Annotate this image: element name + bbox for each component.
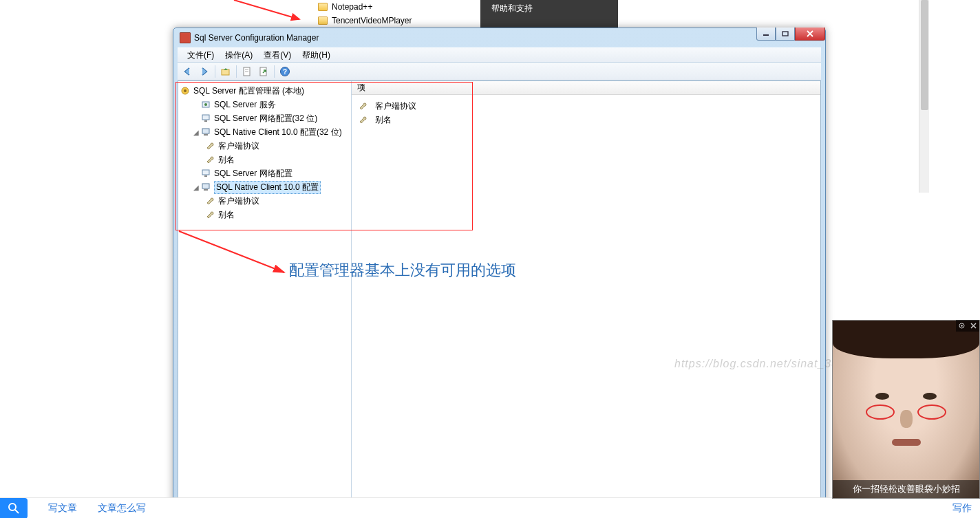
close-button[interactable] [795, 28, 825, 41]
help-icon: ? [279, 66, 290, 77]
tree-item-nativeclient[interactable]: ◢ SQL Native Client 10.0 配置 [180, 180, 350, 194]
tree-label: 别名 [218, 209, 235, 221]
tree-label: SQL Server 配置管理器 (本地) [193, 85, 304, 97]
titlebar[interactable]: Sql Server Configuration Manager [173, 28, 825, 47]
help-button[interactable]: ? [277, 64, 292, 79]
page-arrow-icon [258, 66, 269, 77]
ad-face-circle [917, 404, 946, 420]
expander-collapse-icon[interactable]: ◢ [192, 129, 200, 136]
tree-pane[interactable]: SQL Server 配置管理器 (本地) SQL Server 服务 SQL … [178, 81, 352, 504]
ad-overlay: 你一招轻松改善眼袋小妙招 [832, 320, 980, 499]
tree-item-netconfig[interactable]: SQL Server 网络配置 [180, 166, 350, 180]
content-area: SQL Server 配置管理器 (本地) SQL Server 服务 SQL … [178, 80, 821, 504]
ad-caption: 你一招轻松改善眼袋小妙招 [833, 480, 979, 498]
wrench-icon [204, 195, 215, 206]
minimize-button[interactable] [756, 28, 776, 41]
svg-point-13 [204, 103, 207, 106]
logo-icon[interactable] [0, 498, 28, 519]
arrow-left-icon [182, 67, 193, 76]
maximize-button[interactable] [776, 28, 795, 41]
tree-label: 别名 [218, 154, 235, 166]
folder-icon [318, 3, 328, 11]
menu-action[interactable]: 操作(A) [220, 48, 258, 63]
menu-view[interactable]: 查看(V) [258, 48, 297, 63]
svg-rect-20 [202, 184, 209, 188]
svg-rect-18 [202, 170, 209, 175]
ad-face-eye [875, 393, 889, 400]
tree-item-alias[interactable]: 别名 [180, 153, 350, 166]
tree-label: SQL Server 网络配置(32 位) [214, 113, 317, 125]
folder-up-icon [220, 66, 231, 77]
list-pane[interactable]: 项 客户端协议 别名 [352, 81, 820, 504]
bottom-bar: 写文章 文章怎么写 写作 [0, 497, 980, 518]
close-icon [806, 30, 814, 37]
ad-face-mouth [892, 439, 921, 446]
list-item-label: 客户端协议 [375, 100, 416, 112]
maximize-icon [782, 31, 789, 36]
svg-rect-14 [202, 115, 209, 120]
ad-face-circle [866, 404, 895, 420]
tree-item-protocols[interactable]: 客户端协议 [180, 139, 350, 153]
gear-icon [958, 322, 966, 330]
tree-item-protocols[interactable]: 客户端协议 [180, 194, 350, 208]
wrench-icon [204, 140, 215, 151]
back-button[interactable] [180, 64, 195, 79]
ad-face-nose [900, 410, 913, 428]
svg-rect-15 [204, 120, 207, 122]
ad-image[interactable] [833, 321, 979, 498]
toolbar-separator [274, 65, 275, 78]
bottom-link-right[interactable]: 写作 [952, 502, 972, 515]
tree-root[interactable]: SQL Server 配置管理器 (本地) [180, 84, 350, 98]
svg-point-26 [961, 325, 962, 326]
page-icon [242, 66, 253, 77]
list-body: 客户端协议 别名 [352, 95, 820, 131]
network-icon [200, 113, 211, 124]
article-scrollbar[interactable] [919, 0, 929, 193]
minimize-icon [763, 31, 769, 36]
folder-label: TencentVideoMPlayer [332, 16, 412, 25]
ad-close-button[interactable] [968, 320, 979, 332]
ad-settings-button[interactable] [956, 320, 968, 332]
bottom-link-write[interactable]: 写文章 [48, 502, 77, 515]
tree-item-alias[interactable]: 别名 [180, 208, 350, 222]
service-icon [200, 99, 211, 110]
svg-point-23 [9, 504, 16, 510]
tree-item-netconfig32[interactable]: SQL Server 网络配置(32 位) [180, 111, 350, 125]
folder-label: Notepad++ [332, 2, 372, 12]
forward-button[interactable] [197, 64, 212, 79]
tree-label: 客户端协议 [218, 140, 259, 152]
ad-controls [956, 320, 979, 332]
tree-label: SQL Native Client 10.0 配置 [214, 181, 321, 194]
app-icon [180, 32, 191, 43]
toolbar-separator [236, 65, 237, 78]
expander-collapse-icon[interactable]: ◢ [192, 184, 200, 191]
svg-line-24 [15, 510, 19, 513]
menu-help[interactable]: 帮助(H) [297, 48, 336, 63]
network-icon [200, 168, 211, 179]
toolbar: ? [178, 63, 821, 80]
svg-text:?: ? [283, 68, 287, 76]
list-item-protocols[interactable]: 客户端协议 [354, 99, 818, 113]
up-button[interactable] [218, 64, 233, 79]
close-icon [970, 322, 977, 330]
start-menu-item-label[interactable]: 帮助和支持 [491, 3, 533, 14]
start-menu-fragment: 帮助和支持 [480, 0, 618, 28]
properties-button[interactable] [239, 64, 255, 79]
tree-item-services[interactable]: SQL Server 服务 [180, 98, 350, 111]
menu-file[interactable]: 文件(F) [182, 48, 220, 63]
bottom-link-howto[interactable]: 文章怎么写 [98, 502, 146, 515]
svg-rect-3 [222, 69, 229, 75]
gear-icon [180, 85, 191, 96]
svg-rect-21 [204, 189, 208, 191]
list-item-label: 别名 [375, 114, 392, 126]
client-icon [200, 182, 211, 193]
menubar: 文件(F) 操作(A) 查看(V) 帮助(H) [178, 47, 821, 63]
scrollbar-thumb[interactable] [921, 0, 928, 110]
list-header[interactable]: 项 [352, 81, 820, 95]
svg-rect-1 [763, 34, 769, 36]
list-item-alias[interactable]: 别名 [354, 113, 818, 127]
tree-item-nativeclient32[interactable]: ◢ SQL Native Client 10.0 配置(32 位) [180, 125, 350, 139]
client-icon [200, 127, 211, 138]
svg-rect-2 [782, 32, 788, 36]
export-button[interactable] [256, 64, 271, 79]
